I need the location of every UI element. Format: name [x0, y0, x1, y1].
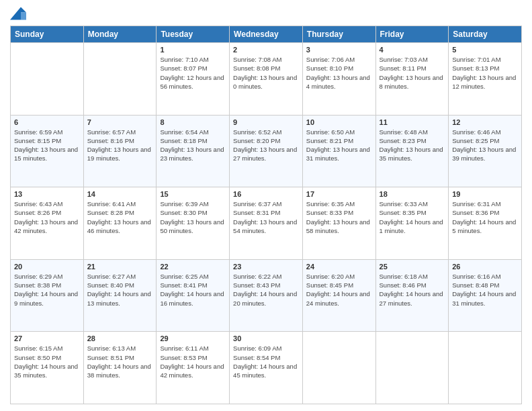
- day-number: 19: [452, 190, 518, 198]
- calendar-cell: [449, 332, 522, 404]
- day-number: 11: [380, 118, 445, 126]
- day-info: Sunrise: 6:50 AM Sunset: 8:21 PM Dayligh…: [306, 128, 372, 163]
- weekday-header-friday: Friday: [375, 26, 449, 43]
- week-row-2: 13Sunrise: 6:43 AM Sunset: 8:26 PM Dayli…: [11, 187, 522, 260]
- day-info: Sunrise: 7:10 AM Sunset: 8:07 PM Dayligh…: [160, 55, 226, 91]
- calendar-cell: 6Sunrise: 6:59 AM Sunset: 8:15 PM Daylig…: [11, 115, 84, 187]
- day-number: 9: [233, 118, 299, 126]
- calendar-cell: 20Sunrise: 6:29 AM Sunset: 8:38 PM Dayli…: [11, 259, 84, 332]
- day-info: Sunrise: 6:52 AM Sunset: 8:20 PM Dayligh…: [233, 128, 299, 163]
- day-info: Sunrise: 7:08 AM Sunset: 8:08 PM Dayligh…: [233, 55, 299, 91]
- day-number: 12: [452, 118, 518, 126]
- day-number: 26: [452, 263, 518, 271]
- day-info: Sunrise: 7:06 AM Sunset: 8:10 PM Dayligh…: [306, 55, 372, 91]
- day-info: Sunrise: 6:31 AM Sunset: 8:36 PM Dayligh…: [452, 199, 518, 235]
- day-number: 28: [87, 334, 153, 342]
- day-info: Sunrise: 6:11 AM Sunset: 8:53 PM Dayligh…: [160, 344, 226, 379]
- day-number: 22: [160, 263, 226, 271]
- calendar-cell: 26Sunrise: 6:16 AM Sunset: 8:48 PM Dayli…: [449, 259, 522, 332]
- day-info: Sunrise: 6:13 AM Sunset: 8:51 PM Dayligh…: [87, 344, 153, 379]
- calendar-cell: [83, 43, 157, 116]
- svg-marker-1: [21, 12, 26, 19]
- calendar-cell: 24Sunrise: 6:20 AM Sunset: 8:45 PM Dayli…: [302, 259, 375, 332]
- calendar-cell: 22Sunrise: 6:25 AM Sunset: 8:41 PM Dayli…: [157, 259, 230, 332]
- calendar-cell: 16Sunrise: 6:37 AM Sunset: 8:31 PM Dayli…: [230, 187, 303, 260]
- day-info: Sunrise: 6:57 AM Sunset: 8:16 PM Dayligh…: [87, 128, 153, 163]
- day-info: Sunrise: 6:25 AM Sunset: 8:41 PM Dayligh…: [160, 272, 226, 308]
- day-number: 24: [306, 263, 372, 271]
- day-info: Sunrise: 6:59 AM Sunset: 8:15 PM Dayligh…: [14, 128, 80, 163]
- calendar-cell: 1Sunrise: 7:10 AM Sunset: 8:07 PM Daylig…: [157, 43, 230, 116]
- calendar-cell: 4Sunrise: 7:03 AM Sunset: 8:11 PM Daylig…: [375, 43, 449, 116]
- calendar-cell: 18Sunrise: 6:33 AM Sunset: 8:35 PM Dayli…: [375, 187, 449, 260]
- day-number: 21: [87, 263, 153, 271]
- day-info: Sunrise: 6:35 AM Sunset: 8:33 PM Dayligh…: [306, 199, 372, 235]
- weekday-header-sunday: Sunday: [11, 26, 84, 43]
- day-info: Sunrise: 6:15 AM Sunset: 8:50 PM Dayligh…: [14, 344, 80, 379]
- calendar-cell: 15Sunrise: 6:39 AM Sunset: 8:30 PM Dayli…: [157, 187, 230, 260]
- day-number: 25: [380, 263, 445, 271]
- day-number: 6: [14, 118, 80, 126]
- day-info: Sunrise: 6:37 AM Sunset: 8:31 PM Dayligh…: [233, 199, 299, 235]
- calendar-cell: 25Sunrise: 6:18 AM Sunset: 8:46 PM Dayli…: [375, 259, 449, 332]
- day-number: 18: [380, 190, 445, 198]
- day-info: Sunrise: 6:39 AM Sunset: 8:30 PM Dayligh…: [160, 199, 226, 235]
- day-number: 4: [380, 46, 445, 54]
- day-number: 8: [160, 118, 226, 126]
- calendar-cell: [302, 332, 375, 404]
- calendar-cell: 11Sunrise: 6:48 AM Sunset: 8:23 PM Dayli…: [375, 115, 449, 187]
- day-info: Sunrise: 6:09 AM Sunset: 8:54 PM Dayligh…: [233, 344, 299, 379]
- calendar-cell: 3Sunrise: 7:06 AM Sunset: 8:10 PM Daylig…: [302, 43, 375, 116]
- day-info: Sunrise: 6:22 AM Sunset: 8:43 PM Dayligh…: [233, 272, 299, 308]
- calendar-cell: 30Sunrise: 6:09 AM Sunset: 8:54 PM Dayli…: [230, 332, 303, 404]
- week-row-4: 27Sunrise: 6:15 AM Sunset: 8:50 PM Dayli…: [11, 332, 522, 404]
- logo-icon: [10, 7, 26, 20]
- day-info: Sunrise: 6:29 AM Sunset: 8:38 PM Dayligh…: [14, 272, 80, 308]
- calendar-cell: 23Sunrise: 6:22 AM Sunset: 8:43 PM Dayli…: [230, 259, 303, 332]
- day-number: 16: [233, 190, 299, 198]
- weekday-header-monday: Monday: [83, 26, 157, 43]
- calendar-cell: 10Sunrise: 6:50 AM Sunset: 8:21 PM Dayli…: [302, 115, 375, 187]
- day-info: Sunrise: 7:01 AM Sunset: 8:13 PM Dayligh…: [452, 55, 518, 91]
- day-info: Sunrise: 6:33 AM Sunset: 8:35 PM Dayligh…: [380, 199, 445, 235]
- day-info: Sunrise: 6:16 AM Sunset: 8:48 PM Dayligh…: [452, 272, 518, 308]
- day-number: 27: [14, 334, 80, 342]
- day-number: 2: [233, 46, 299, 54]
- day-number: 20: [14, 263, 80, 271]
- calendar-cell: 27Sunrise: 6:15 AM Sunset: 8:50 PM Dayli…: [11, 332, 84, 404]
- weekday-header-wednesday: Wednesday: [230, 26, 303, 43]
- day-info: Sunrise: 6:18 AM Sunset: 8:46 PM Dayligh…: [380, 272, 445, 308]
- day-number: 3: [306, 46, 372, 54]
- week-row-1: 6Sunrise: 6:59 AM Sunset: 8:15 PM Daylig…: [11, 115, 522, 187]
- calendar-cell: 19Sunrise: 6:31 AM Sunset: 8:36 PM Dayli…: [449, 187, 522, 260]
- week-row-3: 20Sunrise: 6:29 AM Sunset: 8:38 PM Dayli…: [11, 259, 522, 332]
- day-info: Sunrise: 6:48 AM Sunset: 8:23 PM Dayligh…: [380, 128, 445, 163]
- calendar-cell: 8Sunrise: 6:54 AM Sunset: 8:18 PM Daylig…: [157, 115, 230, 187]
- calendar-cell: 13Sunrise: 6:43 AM Sunset: 8:26 PM Dayli…: [11, 187, 84, 260]
- calendar-cell: [11, 43, 84, 116]
- day-number: 17: [306, 190, 372, 198]
- day-info: Sunrise: 6:41 AM Sunset: 8:28 PM Dayligh…: [87, 199, 153, 235]
- calendar-cell: 29Sunrise: 6:11 AM Sunset: 8:53 PM Dayli…: [157, 332, 230, 404]
- calendar-cell: [375, 332, 449, 404]
- calendar-cell: 21Sunrise: 6:27 AM Sunset: 8:40 PM Dayli…: [83, 259, 157, 332]
- day-info: Sunrise: 6:46 AM Sunset: 8:25 PM Dayligh…: [452, 128, 518, 163]
- day-number: 5: [452, 46, 518, 54]
- day-number: 1: [160, 46, 226, 54]
- weekday-header-saturday: Saturday: [449, 26, 522, 43]
- calendar-cell: 2Sunrise: 7:08 AM Sunset: 8:08 PM Daylig…: [230, 43, 303, 116]
- logo: [10, 7, 28, 20]
- day-info: Sunrise: 6:54 AM Sunset: 8:18 PM Dayligh…: [160, 128, 226, 163]
- calendar-cell: 5Sunrise: 7:01 AM Sunset: 8:13 PM Daylig…: [449, 43, 522, 116]
- day-info: Sunrise: 6:43 AM Sunset: 8:26 PM Dayligh…: [14, 199, 80, 235]
- calendar-cell: 28Sunrise: 6:13 AM Sunset: 8:51 PM Dayli…: [83, 332, 157, 404]
- calendar-cell: 7Sunrise: 6:57 AM Sunset: 8:16 PM Daylig…: [83, 115, 157, 187]
- page: SundayMondayTuesdayWednesdayThursdayFrid…: [0, 0, 532, 411]
- day-number: 7: [87, 118, 153, 126]
- header: [10, 7, 522, 20]
- day-number: 15: [160, 190, 226, 198]
- day-info: Sunrise: 6:27 AM Sunset: 8:40 PM Dayligh…: [87, 272, 153, 308]
- day-number: 10: [306, 118, 372, 126]
- calendar-cell: 14Sunrise: 6:41 AM Sunset: 8:28 PM Dayli…: [83, 187, 157, 260]
- day-number: 14: [87, 190, 153, 198]
